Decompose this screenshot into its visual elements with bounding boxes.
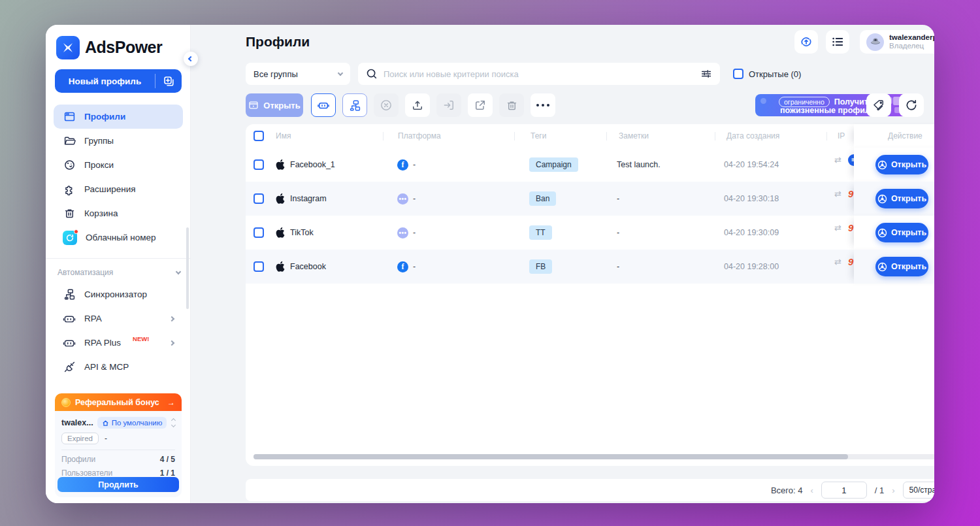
open-filter-checkbox[interactable] <box>733 69 743 79</box>
browser-icon <box>877 194 887 204</box>
more-actions-button[interactable] <box>531 93 555 117</box>
sidebar-collapse-button[interactable] <box>184 52 198 66</box>
promo-text-line2: пожизненные профили <box>780 106 875 115</box>
synchronizer-icon <box>63 288 76 301</box>
refresh-button[interactable] <box>899 93 924 117</box>
plug-icon <box>63 361 76 374</box>
notes-cell: - <box>605 262 713 271</box>
tags-manager-button[interactable] <box>866 93 891 117</box>
sidebar-item-label: RPA Plus <box>84 338 121 348</box>
new-profile-plus-icon[interactable] <box>155 76 182 87</box>
sidebar-item-label: Облачный номер <box>86 233 155 242</box>
sidebar-item-rpa-plus[interactable]: RPA Plus NEW! <box>54 331 183 355</box>
sidebar-item-api-mcp[interactable]: API & MCP <box>54 355 183 379</box>
users-quota-value: 1 / 1 <box>160 468 175 478</box>
user-role: Владелец <box>889 42 934 50</box>
synchronizer-icon <box>349 99 361 112</box>
column-header-platform: Платформа <box>384 131 514 140</box>
synchronizer-button[interactable] <box>342 93 367 117</box>
planet-icon <box>63 159 76 172</box>
open-profile-button[interactable]: Открыть <box>875 189 928 208</box>
table-row[interactable]: Facebook f - FB - 04-20 19:28:00 ⇄9 RU <box>246 250 934 284</box>
new-badge: NEW! <box>133 335 149 342</box>
table-row[interactable]: Instagram ••• - Ban - 04-20 19:30:18 ⇄9 … <box>246 182 934 216</box>
page-number-input[interactable] <box>821 482 867 499</box>
swap-proxy-icon[interactable]: ⇄ <box>834 223 841 233</box>
open-profile-button[interactable]: Открыть <box>875 257 928 276</box>
account-name: twalex... <box>61 418 93 427</box>
row-checkbox[interactable] <box>253 227 264 238</box>
table-row[interactable]: Facebook_1 f - Campaign Test launch. 04-… <box>246 148 934 182</box>
group-filter-value: Все группы <box>253 69 298 79</box>
search-input[interactable] <box>384 69 694 79</box>
robot-icon <box>63 337 76 350</box>
sidebar-item-trash[interactable]: Корзина <box>54 201 183 225</box>
group-filter-select[interactable]: Все группы <box>246 63 350 85</box>
user-name: twalexanderpet... <box>889 33 934 42</box>
cloud-sync-icon <box>799 35 813 49</box>
robot-icon <box>63 312 76 325</box>
sidebar-item-rpa[interactable]: RPA <box>54 306 183 331</box>
apple-os-icon <box>276 159 285 170</box>
bulk-open-button[interactable]: Открыть <box>246 93 303 117</box>
created-date: 04-20 19:30:18 <box>713 194 824 203</box>
sidebar-item-groups[interactable]: Группы <box>54 129 183 153</box>
referral-label: Реферальный бонус <box>75 398 163 407</box>
delete-button[interactable] <box>499 93 524 117</box>
ellipsis-icon <box>536 104 549 107</box>
import-button[interactable] <box>436 93 461 117</box>
adspower-logo-icon <box>56 36 80 59</box>
advanced-filter-icon[interactable] <box>700 68 712 80</box>
apple-os-icon <box>276 227 285 238</box>
sync-upload-button[interactable] <box>794 30 818 54</box>
next-page-button[interactable]: › <box>892 485 894 495</box>
sidebar-item-extensions[interactable]: Расширения <box>54 177 183 201</box>
page-size-select[interactable]: 50/страница <box>903 482 934 499</box>
close-profiles-button[interactable] <box>374 93 399 117</box>
swap-proxy-icon[interactable]: ⇄ <box>834 257 841 267</box>
renew-button[interactable]: Продлить <box>57 477 179 492</box>
scrollbar-thumb[interactable] <box>253 454 848 459</box>
page-count: / 1 <box>875 485 884 495</box>
sidebar-item-label: Прокси <box>84 160 114 170</box>
plan-switcher[interactable] <box>172 419 175 427</box>
created-date: 04-20 19:30:09 <box>713 228 824 237</box>
notes-cell: Test launch. <box>605 160 713 169</box>
horizontal-scrollbar[interactable] <box>253 454 934 459</box>
automation-section[interactable]: Автоматизация <box>57 268 180 277</box>
prev-page-button[interactable]: ‹ <box>810 485 813 495</box>
sidebar-item-proxy[interactable]: Прокси <box>54 153 183 177</box>
select-all-checkbox[interactable] <box>253 131 264 141</box>
search-bar[interactable] <box>358 63 720 85</box>
facebook-platform-icon: f <box>397 261 408 272</box>
export-upload-button[interactable] <box>405 93 430 117</box>
referral-bonus-banner[interactable]: Реферальный бонус → <box>55 393 182 411</box>
swap-proxy-icon[interactable]: ⇄ <box>834 155 841 165</box>
open-profile-button[interactable]: Открыть <box>875 155 928 174</box>
list-icon <box>831 35 844 48</box>
open-profile-button[interactable]: Открыть <box>875 223 928 242</box>
row-checkbox[interactable] <box>253 193 264 204</box>
row-checkbox[interactable] <box>253 159 264 170</box>
rpa-tasks-button[interactable] <box>311 93 336 117</box>
sidebar-item-label: Группы <box>84 136 114 146</box>
sidebar-scrollbar[interactable] <box>186 227 189 309</box>
swap-proxy-icon[interactable]: ⇄ <box>834 189 841 199</box>
sidebar-item-synchronizer[interactable]: Синхронизатор <box>54 282 183 306</box>
bulk-open-label: Открыть <box>263 101 300 110</box>
sidebar-item-profiles[interactable]: Профили <box>54 105 183 129</box>
user-account-chip[interactable]: twalexanderpet... Владелец <box>860 30 934 54</box>
new-profile-button[interactable]: Новый профиль <box>55 69 182 93</box>
task-list-button[interactable] <box>826 30 849 54</box>
sidebar-item-cloud-phone[interactable]: Облачный номер <box>54 225 183 250</box>
proxy-provider-icon: 9 <box>848 188 853 200</box>
account-summary-card: twalex... По умолчанию Expired - Профили… <box>55 411 182 497</box>
open-profiles-filter[interactable]: Открытые (0) <box>733 69 801 79</box>
share-transfer-button[interactable] <box>468 93 493 117</box>
table-row[interactable]: TikTok ••• - TT - 04-20 19:30:09 ⇄9 - <box>246 216 934 250</box>
row-checkbox[interactable] <box>253 261 264 272</box>
table-header-row: Имя Платформа Теги Заметки Дата создания… <box>246 124 934 148</box>
ufo-avatar-icon <box>869 35 882 48</box>
search-icon <box>366 68 378 80</box>
proxy-provider-icon: 9 <box>848 256 853 268</box>
